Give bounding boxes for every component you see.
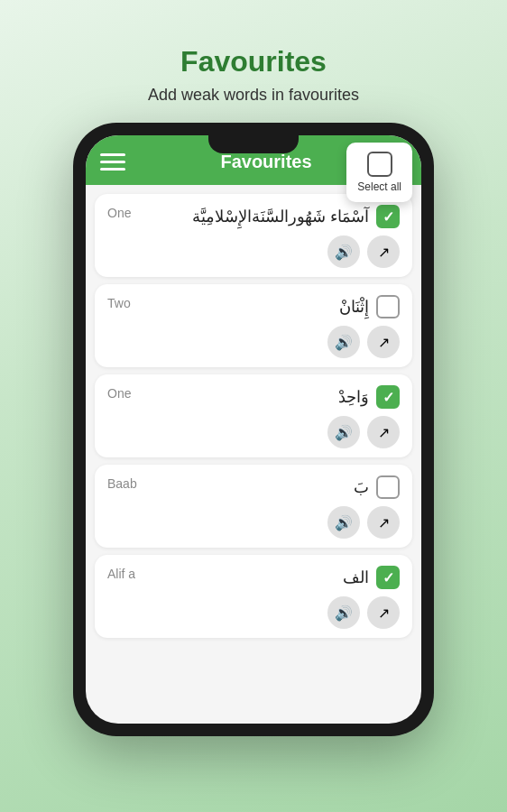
- card-item: Baabبَ🔊↗: [95, 465, 412, 548]
- card-checkbox[interactable]: [376, 475, 400, 499]
- card-checkbox[interactable]: [376, 295, 400, 318]
- share-button[interactable]: ↗: [367, 235, 400, 268]
- audio-button[interactable]: 🔊: [327, 596, 360, 629]
- card-top-row: Alif aالف: [107, 566, 400, 589]
- card-top-row: Oneآسْمَاء شَهُورالسَّنَةالإِسْلامِيَّة: [107, 205, 400, 228]
- hamburger-line-3: [100, 168, 125, 171]
- phone-screen: Favourites Select all Oneآسْمَاء شَهُورا…: [86, 135, 421, 724]
- select-all-label: Select all: [357, 180, 401, 193]
- phone-notch: [208, 135, 299, 153]
- card-actions-row: 🔊↗: [107, 326, 400, 358]
- card-top-row: Twoإِثْنَانْ: [107, 295, 400, 318]
- select-all-popup[interactable]: Select all: [346, 143, 412, 202]
- share-button[interactable]: ↗: [367, 506, 400, 539]
- card-top-row: Oneوَاحِدْ: [107, 385, 400, 409]
- audio-button[interactable]: 🔊: [327, 506, 360, 539]
- page-subtitle: Add weak words in favourites: [0, 86, 507, 105]
- card-english-label: Alif a: [107, 566, 135, 582]
- hamburger-line-1: [100, 153, 125, 156]
- page-title: Favourites: [0, 45, 507, 78]
- card-actions-row: 🔊↗: [107, 235, 400, 268]
- card-item: Oneآسْمَاء شَهُورالسَّنَةالإِسْلامِيَّة🔊…: [95, 194, 412, 277]
- audio-button[interactable]: 🔊: [327, 416, 360, 448]
- card-english-label: One: [107, 205, 131, 221]
- card-arabic-text: وَاحِدْ: [338, 387, 369, 407]
- audio-button[interactable]: 🔊: [327, 326, 360, 358]
- card-item: Alif aالف🔊↗: [95, 555, 412, 638]
- content-list: Oneآسْمَاء شَهُورالسَّنَةالإِسْلامِيَّة🔊…: [86, 185, 421, 724]
- share-button[interactable]: ↗: [367, 326, 400, 358]
- card-arabic-text: الف: [343, 567, 369, 587]
- share-button[interactable]: ↗: [367, 416, 400, 448]
- card-item: Oneوَاحِدْ🔊↗: [95, 374, 412, 457]
- page-header: Favourites Add weak words in favourites: [0, 0, 507, 114]
- card-actions-row: 🔊↗: [107, 416, 400, 448]
- card-arabic-text: إِثْنَانْ: [339, 297, 369, 317]
- card-checkbox[interactable]: [376, 385, 400, 409]
- card-checkbox[interactable]: [376, 205, 400, 228]
- hamburger-line-2: [100, 161, 125, 163]
- card-arabic-text: بَ: [354, 477, 369, 497]
- hamburger-menu-icon[interactable]: [100, 153, 125, 171]
- card-item: Twoإِثْنَانْ🔊↗: [95, 284, 412, 367]
- audio-button[interactable]: 🔊: [327, 235, 360, 268]
- phone-frame: Favourites Select all Oneآسْمَاء شَهُورا…: [73, 123, 434, 736]
- card-actions-row: 🔊↗: [107, 596, 400, 629]
- card-arabic-text: آسْمَاء شَهُورالسَّنَةالإِسْلامِيَّة: [192, 207, 369, 226]
- card-actions-row: 🔊↗: [107, 506, 400, 539]
- card-checkbox[interactable]: [376, 566, 400, 589]
- card-english-label: One: [107, 385, 131, 401]
- share-button[interactable]: ↗: [367, 596, 400, 629]
- card-english-label: Two: [107, 295, 131, 311]
- card-top-row: Baabبَ: [107, 475, 400, 499]
- select-all-checkbox[interactable]: [367, 152, 392, 177]
- card-english-label: Baab: [107, 475, 137, 492]
